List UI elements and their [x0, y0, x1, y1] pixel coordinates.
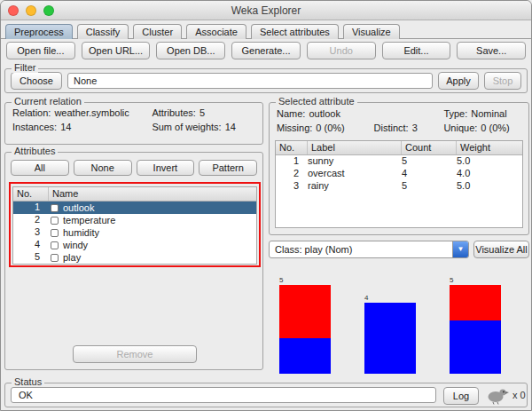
attributes-panel: Attributes All None Invert Pattern No. N… — [4, 152, 263, 370]
apply-filter-button[interactable]: Apply — [438, 72, 479, 90]
attribute-name: temperature — [63, 215, 115, 226]
attribute-row-play[interactable]: 5 play — [13, 251, 256, 264]
attributes-count-value: 5 — [200, 107, 205, 122]
open-file-button[interactable]: Open file... — [6, 42, 75, 59]
values-table-header: No. Label Count Weight — [276, 141, 522, 155]
class-dropdown[interactable]: Class: play (Nom) ▼ — [269, 241, 469, 258]
tab-classify[interactable]: Classify — [77, 24, 129, 39]
tab-cluster[interactable]: Cluster — [133, 24, 182, 39]
attributes-panel-title: Attributes — [12, 146, 58, 156]
tab-associate[interactable]: Associate — [186, 24, 246, 39]
attribute-values-table: No. Label Count Weight 1 sunny 5 5.0 2 o… — [275, 140, 523, 228]
sum-weights-label: Sum of weights: — [152, 122, 221, 136]
generate-button[interactable]: Generate... — [231, 42, 301, 59]
all-button[interactable]: All — [11, 160, 69, 176]
chevron-down-icon[interactable]: ▼ — [452, 241, 468, 257]
attr-name-label: Name: — [277, 108, 305, 123]
current-relation-panel: Current relation Relation: weather.symbo… — [4, 102, 263, 145]
open-db-button[interactable]: Open DB... — [156, 42, 225, 59]
sum-weights-value: 14 — [225, 122, 236, 136]
class-dropdown-value: Class: play (Nom) — [270, 244, 452, 255]
value-row-rainy: 3 rainy 5 5.0 — [276, 180, 522, 193]
save-button[interactable]: Save... — [457, 42, 526, 59]
attribute-row-humidity[interactable]: 3 humidity — [13, 226, 256, 239]
window-title: Weka Explorer — [1, 4, 531, 17]
filter-value-field[interactable]: None — [67, 73, 433, 89]
status-message: OK — [11, 387, 436, 403]
attribute-checkbox[interactable] — [51, 204, 59, 212]
bar-segment — [364, 303, 416, 374]
attributes-count-label: Attributes: — [152, 107, 196, 122]
selected-attribute-title: Selected attribute — [276, 96, 357, 107]
histogram-bar-overcast: 4 — [364, 294, 416, 374]
visualize-all-button[interactable]: Visualize All — [473, 241, 529, 258]
remove-button[interactable]: Remove — [73, 345, 197, 363]
value-row-overcast: 2 overcast 4 4.0 — [276, 168, 522, 180]
filter-panel: Filter Choose None Apply Stop — [4, 68, 528, 93]
bird-run-count: x 0 — [512, 390, 526, 400]
current-relation-title: Current relation — [12, 96, 84, 107]
attribute-checkbox[interactable] — [51, 241, 59, 249]
column-header-label: Label — [308, 141, 402, 154]
weka-bird-icon — [486, 385, 509, 405]
attribute-selection-buttons: All None Invert Pattern — [11, 160, 257, 176]
filter-panel-title: Filter — [12, 62, 38, 73]
attr-distinct-value: 3 — [412, 123, 418, 137]
bar-count-label: 4 — [364, 294, 416, 303]
invert-button[interactable]: Invert — [137, 160, 195, 176]
selected-attribute-panel: Selected attribute Name: outlook Type: N… — [269, 102, 529, 235]
bar-count-label: 5 — [450, 276, 501, 285]
bar-segment — [450, 320, 501, 374]
toolbar: Open file... Open URL... Open DB... Gene… — [1, 41, 531, 62]
column-header-no: No. — [13, 187, 49, 201]
status-panel: Status OK Log x 0 — [4, 383, 528, 407]
bar-segment — [279, 285, 331, 338]
attribute-checkbox[interactable] — [51, 254, 59, 262]
attribute-name: outlook — [63, 202, 94, 214]
stop-filter-button[interactable]: Stop — [484, 72, 521, 90]
weka-explorer-window: Weka Explorer Preprocess Classify Cluste… — [0, 0, 532, 411]
edit-button[interactable]: Edit... — [382, 42, 451, 59]
tab-bar: Preprocess Classify Cluster Associate Se… — [1, 21, 531, 39]
attr-missing-value: 0 (0%) — [316, 123, 344, 137]
histogram-bar-sunny: 5 — [279, 276, 331, 374]
relation-label: Relation: — [12, 107, 51, 122]
attr-type-label: Type: — [443, 108, 467, 123]
tab-visualize[interactable]: Visualize — [343, 24, 400, 39]
column-header-count: Count — [402, 141, 457, 154]
title-bar: Weka Explorer — [1, 1, 531, 20]
log-button[interactable]: Log — [443, 387, 479, 405]
open-url-button[interactable]: Open URL... — [82, 42, 151, 59]
bar-count-label: 5 — [279, 276, 331, 285]
attribute-row-outlook[interactable]: 1 outlook — [13, 202, 256, 214]
attribute-checkbox[interactable] — [51, 217, 59, 225]
tab-preprocess[interactable]: Preprocess — [5, 24, 73, 39]
attribute-name: play — [63, 252, 81, 264]
attr-name-value: outlook — [309, 108, 340, 123]
attribute-row-windy[interactable]: 4 windy — [13, 239, 256, 251]
tab-select-attributes[interactable]: Select attributes — [251, 24, 339, 39]
choose-filter-button[interactable]: Choose — [11, 72, 62, 90]
histogram-bar-rainy: 5 — [450, 276, 501, 374]
instances-value: 14 — [60, 122, 71, 136]
pattern-button[interactable]: Pattern — [199, 160, 257, 176]
status-panel-title: Status — [12, 376, 44, 387]
attributes-table-header: No. Name — [13, 187, 256, 202]
attribute-row-temperature[interactable]: 2 temperature — [13, 214, 256, 226]
none-button[interactable]: None — [74, 160, 132, 176]
histogram: 545 — [269, 264, 529, 375]
attr-unique-label: Unique: — [443, 123, 477, 137]
attr-unique-value: 0 (0%) — [481, 123, 509, 137]
column-header-weight: Weight — [457, 141, 522, 154]
value-row-sunny: 1 sunny 5 5.0 — [276, 155, 522, 168]
attr-type-value: Nominal — [471, 108, 506, 123]
instances-label: Instances: — [12, 122, 57, 136]
attr-distinct-label: Distinct: — [374, 123, 409, 137]
column-header-name: Name — [49, 187, 256, 201]
undo-button[interactable]: Undo — [307, 42, 376, 59]
attributes-table: No. Name 1 outlook 2 temperature 3 — [12, 186, 257, 265]
relation-value: weather.symbolic — [54, 107, 129, 122]
attribute-checkbox[interactable] — [51, 229, 59, 237]
attribute-name: humidity — [63, 227, 99, 239]
attribute-name: windy — [63, 240, 88, 251]
